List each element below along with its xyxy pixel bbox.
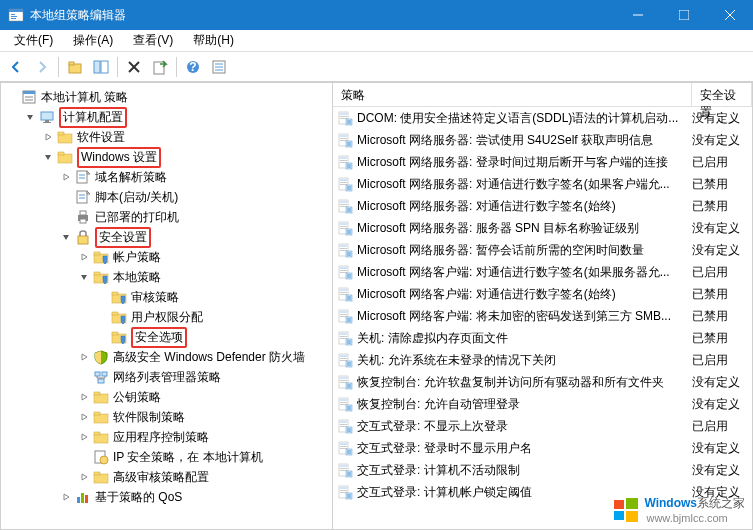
svg-rect-89 (340, 160, 347, 161)
tree-qos[interactable]: 基于策略的 QoS (1, 487, 332, 507)
tree-deployed-printers[interactable]: 已部署的打印机 (1, 207, 332, 227)
expand-icon[interactable] (77, 430, 91, 444)
delete-button[interactable] (122, 55, 146, 79)
tree-user-rights[interactable]: 用户权限分配 (1, 307, 332, 327)
minimize-button[interactable] (615, 0, 661, 30)
svg-rect-91 (346, 163, 352, 169)
tree-computer-config[interactable]: 计算机配置 (1, 107, 332, 127)
list-row[interactable]: Microsoft 网络客户端: 对通信进行数字签名(始终)已禁用 (333, 283, 752, 305)
tree-label: IP 安全策略，在 本地计算机 (113, 449, 263, 466)
menu-file[interactable]: 文件(F) (4, 30, 63, 51)
tree-software-restriction[interactable]: 软件限制策略 (1, 407, 332, 427)
expand-icon[interactable] (41, 130, 55, 144)
tree-public-key[interactable]: 公钥策略 (1, 387, 332, 407)
svg-rect-159 (340, 380, 347, 381)
export-button[interactable] (148, 55, 172, 79)
tree-defender-firewall[interactable]: 高级安全 Windows Defender 防火墙 (1, 347, 332, 367)
column-policy[interactable]: 策略 (333, 83, 692, 106)
list-row[interactable]: Microsoft 网络客户端: 将未加密的密码发送到第三方 SMB...已禁用 (333, 305, 752, 327)
tree-software-settings[interactable]: 软件设置 (1, 127, 332, 147)
svg-rect-68 (94, 474, 108, 483)
tree-app-control[interactable]: 应用程序控制策略 (1, 427, 332, 447)
up-button[interactable] (63, 55, 87, 79)
menu-view[interactable]: 查看(V) (123, 30, 183, 51)
collapse-icon[interactable] (41, 150, 55, 164)
list-panel: 策略 安全设置 DCOM: 使用安全描述符定义语言(SDDL)语法的计算机启动.… (333, 83, 752, 529)
list-row[interactable]: Microsoft 网络服务器: 对通信进行数字签名(如果客户端允...已禁用 (333, 173, 752, 195)
expand-icon[interactable] (77, 350, 91, 364)
svg-rect-52 (112, 332, 118, 335)
tree-ip-security[interactable]: IP 安全策略，在 本地计算机 (1, 447, 332, 467)
show-hide-button[interactable] (89, 55, 113, 79)
svg-rect-130 (340, 289, 347, 291)
expand-icon[interactable] (59, 490, 73, 504)
tree-label: 安全选项 (131, 327, 187, 348)
close-button[interactable] (707, 0, 753, 30)
properties-button[interactable] (207, 55, 231, 79)
policy-setting: 已禁用 (692, 176, 752, 193)
svg-rect-82 (340, 138, 347, 139)
svg-rect-75 (340, 116, 347, 117)
tree-panel[interactable]: 本地计算机 策略计算机配置软件设置Windows 设置域名解析策略脚本(启动/关… (1, 83, 333, 529)
list-row[interactable]: 关机: 清除虚拟内存页面文件已禁用 (333, 327, 752, 349)
list-row[interactable]: DCOM: 使用安全描述符定义语言(SDDL)语法的计算机启动...没有定义 (333, 107, 752, 129)
svg-rect-131 (340, 292, 347, 293)
collapse-icon[interactable] (59, 230, 73, 244)
tree-account-policies[interactable]: 帐户策略 (1, 247, 332, 267)
svg-rect-3 (11, 16, 17, 17)
svg-rect-64 (94, 434, 108, 443)
list-row[interactable]: 恢复控制台: 允许自动管理登录没有定义 (333, 393, 752, 415)
list-row[interactable]: 交互式登录: 登录时不显示用户名没有定义 (333, 437, 752, 459)
maximize-button[interactable] (661, 0, 707, 30)
policy-icon (337, 440, 353, 456)
tree-label: 安全设置 (95, 227, 151, 248)
expand-icon[interactable] (77, 250, 91, 264)
expand-icon[interactable] (77, 410, 91, 424)
policy-setting: 已禁用 (692, 198, 752, 215)
list-row[interactable]: Microsoft 网络服务器: 暂停会话前所需的空闲时间数量没有定义 (333, 239, 752, 261)
list-row[interactable]: Microsoft 网络客户端: 对通信进行数字签名(如果服务器允...已启用 (333, 261, 752, 283)
expand-icon[interactable] (59, 170, 73, 184)
list-row[interactable]: 恢复控制台: 允许软盘复制并访问所有驱动器和所有文件夹没有定义 (333, 371, 752, 393)
expand-icon[interactable] (77, 390, 91, 404)
policy-setting: 没有定义 (692, 220, 752, 237)
tree-windows-settings[interactable]: Windows 设置 (1, 147, 332, 167)
menu-help[interactable]: 帮助(H) (183, 30, 244, 51)
tree-advanced-audit[interactable]: 高级审核策略配置 (1, 467, 332, 487)
tree-network-list[interactable]: 网络列表管理器策略 (1, 367, 332, 387)
svg-rect-10 (69, 62, 74, 65)
menu-action[interactable]: 操作(A) (63, 30, 123, 51)
policy-name: Microsoft 网络服务器: 服务器 SPN 目标名称验证级别 (357, 220, 692, 237)
tree-scripts[interactable]: 脚本(启动/关机) (1, 187, 332, 207)
tree-item-icon (93, 269, 109, 285)
list-row[interactable]: Microsoft 网络服务器: 登录时间过期后断开与客户端的连接已启用 (333, 151, 752, 173)
list-row[interactable]: 交互式登录: 计算机不活动限制没有定义 (333, 459, 752, 481)
collapse-icon[interactable] (77, 270, 91, 284)
forward-button[interactable] (30, 55, 54, 79)
toolbar-separator (117, 57, 118, 77)
list-row[interactable]: 关机: 允许系统在未登录的情况下关闭已启用 (333, 349, 752, 371)
help-button[interactable]: ? (181, 55, 205, 79)
watermark-logo-icon (612, 496, 640, 524)
tree-security-options[interactable]: 安全选项 (1, 327, 332, 347)
tree-root[interactable]: 本地计算机 策略 (1, 87, 332, 107)
tree-security-settings[interactable]: 安全设置 (1, 227, 332, 247)
tree-local-policies[interactable]: 本地策略 (1, 267, 332, 287)
tree-item-icon (93, 409, 109, 425)
list-row[interactable]: Microsoft 网络服务器: 对通信进行数字签名(始终)已禁用 (333, 195, 752, 217)
toolbar-separator (176, 57, 177, 77)
back-button[interactable] (4, 55, 28, 79)
list-body[interactable]: DCOM: 使用安全描述符定义语言(SDDL)语法的计算机启动...没有定义Mi… (333, 107, 752, 529)
tree-dns-policy[interactable]: 域名解析策略 (1, 167, 332, 187)
expand-icon[interactable] (77, 470, 91, 484)
collapse-icon[interactable] (23, 110, 37, 124)
svg-rect-50 (112, 312, 118, 315)
list-header[interactable]: 策略 安全设置 (333, 83, 752, 107)
column-setting[interactable]: 安全设置 (692, 83, 752, 106)
tree-audit-policy[interactable]: 审核策略 (1, 287, 332, 307)
svg-rect-62 (94, 414, 108, 423)
list-row[interactable]: Microsoft 网络服务器: 服务器 SPN 目标名称验证级别没有定义 (333, 217, 752, 239)
list-row[interactable]: Microsoft 网络服务器: 尝试使用 S4U2Self 获取声明信息没有定… (333, 129, 752, 151)
list-row[interactable]: 交互式登录: 不显示上次登录已启用 (333, 415, 752, 437)
policy-name: Microsoft 网络客户端: 对通信进行数字签名(始终) (357, 286, 692, 303)
